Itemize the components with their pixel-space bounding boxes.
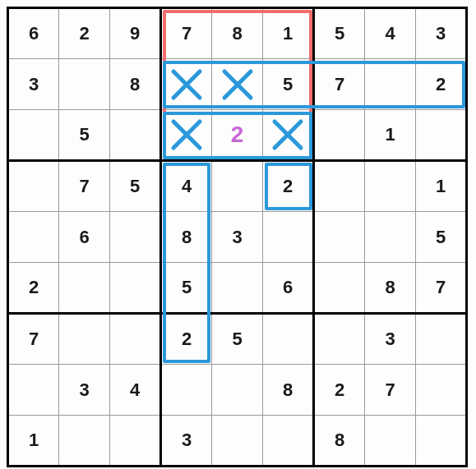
cell-r3-c3[interactable] (110, 110, 161, 161)
cell-r6-c2[interactable] (59, 263, 110, 314)
cell-r1-c5[interactable]: 8 (212, 8, 263, 59)
elimination-x-icon (213, 67, 261, 103)
cell-r8-c2[interactable]: 3 (59, 365, 110, 416)
cell-r7-c1[interactable]: 7 (8, 314, 59, 365)
cell-r1-c1[interactable]: 6 (8, 8, 59, 59)
cell-r7-c8[interactable]: 3 (365, 314, 416, 365)
cell-r5-c2[interactable]: 6 (59, 212, 110, 263)
cell-r5-c4[interactable]: 8 (161, 212, 212, 263)
cell-r1-c2[interactable]: 2 (59, 8, 110, 59)
digit: 3 (385, 329, 395, 350)
digit: 7 (182, 23, 192, 44)
cell-r6-c7[interactable] (314, 263, 365, 314)
digit: 8 (335, 430, 344, 451)
cell-r4-c6[interactable]: 2 (263, 161, 314, 212)
cell-r3-c6[interactable] (263, 110, 314, 161)
digit: 8 (182, 227, 192, 248)
cell-r9-c3[interactable] (110, 416, 161, 467)
cell-r2-c5[interactable] (212, 59, 263, 110)
cell-r3-c1[interactable] (8, 110, 59, 161)
cell-r9-c9[interactable] (416, 416, 467, 467)
cell-r8-c4[interactable] (161, 365, 212, 416)
cell-r9-c2[interactable] (59, 416, 110, 467)
cell-r4-c3[interactable]: 5 (110, 161, 161, 212)
digit: 2 (283, 176, 293, 197)
cell-r5-c6[interactable] (263, 212, 314, 263)
digit: 3 (29, 74, 39, 95)
cell-r5-c7[interactable] (314, 212, 365, 263)
cell-r4-c5[interactable] (212, 161, 263, 212)
cell-r4-c1[interactable] (8, 161, 59, 212)
cell-r3-c7[interactable] (314, 110, 365, 161)
digit: 1 (29, 430, 39, 451)
digit: 2 (436, 74, 446, 95)
cell-r9-c8[interactable] (365, 416, 416, 467)
digit: 2 (182, 329, 192, 350)
cell-r4-c8[interactable] (365, 161, 416, 212)
digit: 1 (436, 176, 446, 197)
cell-r6-c8[interactable]: 8 (365, 263, 416, 314)
cell-r6-c3[interactable] (110, 263, 161, 314)
cell-r5-c1[interactable] (8, 212, 59, 263)
digit: 2 (29, 277, 39, 298)
cell-r8-c7[interactable]: 2 (314, 365, 365, 416)
cell-r6-c1[interactable]: 2 (8, 263, 59, 314)
cell-r3-c9[interactable] (416, 110, 467, 161)
cell-r2-c7[interactable]: 7 (314, 59, 365, 110)
cell-r9-c1[interactable]: 1 (8, 416, 59, 467)
cell-r2-c8[interactable] (365, 59, 416, 110)
cell-r7-c5[interactable]: 5 (212, 314, 263, 365)
cell-r1-c9[interactable]: 3 (416, 8, 467, 59)
digit: 6 (283, 277, 293, 298)
cell-r7-c4[interactable]: 2 (161, 314, 212, 365)
cell-r7-c9[interactable] (416, 314, 467, 365)
cell-r6-c5[interactable] (212, 263, 263, 314)
cell-r2-c9[interactable]: 2 (416, 59, 467, 110)
cell-r2-c1[interactable]: 3 (8, 59, 59, 110)
cell-r4-c4[interactable]: 4 (161, 161, 212, 212)
cell-r9-c4[interactable]: 3 (161, 416, 212, 467)
cell-r6-c4[interactable]: 5 (161, 263, 212, 314)
cell-r6-c6[interactable]: 6 (263, 263, 314, 314)
cell-r1-c4[interactable]: 7 (161, 8, 212, 59)
cell-r9-c5[interactable] (212, 416, 263, 467)
cell-r4-c7[interactable] (314, 161, 365, 212)
digit: 7 (79, 176, 89, 197)
cell-r7-c3[interactable] (110, 314, 161, 365)
cell-r2-c6[interactable]: 5 (263, 59, 314, 110)
cell-r1-c8[interactable]: 4 (365, 8, 416, 59)
cell-r3-c4[interactable] (161, 110, 212, 161)
cell-r5-c3[interactable] (110, 212, 161, 263)
cell-r1-c7[interactable]: 5 (314, 8, 365, 59)
digit: 1 (385, 124, 395, 145)
cell-r7-c2[interactable] (59, 314, 110, 365)
cell-r9-c7[interactable]: 8 (314, 416, 365, 467)
cell-r5-c9[interactable]: 5 (416, 212, 467, 263)
cell-r8-c6[interactable]: 8 (263, 365, 314, 416)
cell-r8-c1[interactable] (8, 365, 59, 416)
cell-r6-c9[interactable]: 7 (416, 263, 467, 314)
cell-r2-c2[interactable] (59, 59, 110, 110)
cell-r4-c9[interactable]: 1 (416, 161, 467, 212)
cell-r3-c8[interactable]: 1 (365, 110, 416, 161)
cell-r2-c4[interactable] (161, 59, 212, 110)
cell-r3-c2[interactable]: 5 (59, 110, 110, 161)
cell-r1-c6[interactable]: 1 (263, 8, 314, 59)
cell-r5-c8[interactable] (365, 212, 416, 263)
cell-r1-c3[interactable]: 9 (110, 8, 161, 59)
digit: 5 (436, 227, 446, 248)
cell-r8-c9[interactable] (416, 365, 467, 416)
cell-r7-c6[interactable] (263, 314, 314, 365)
cell-r8-c8[interactable]: 7 (365, 365, 416, 416)
cell-r9-c6[interactable] (263, 416, 314, 467)
cell-r5-c5[interactable]: 3 (212, 212, 263, 263)
cell-r8-c5[interactable] (212, 365, 263, 416)
cell-r3-c5[interactable]: 2 (212, 110, 263, 161)
cell-r8-c3[interactable]: 4 (110, 365, 161, 416)
cell-r4-c2[interactable]: 7 (59, 161, 110, 212)
cell-r2-c3[interactable]: 8 (110, 59, 161, 110)
cell-r7-c7[interactable] (314, 314, 365, 365)
digit: 7 (436, 277, 446, 298)
digit: 3 (79, 379, 89, 401)
digit: 5 (79, 124, 89, 145)
